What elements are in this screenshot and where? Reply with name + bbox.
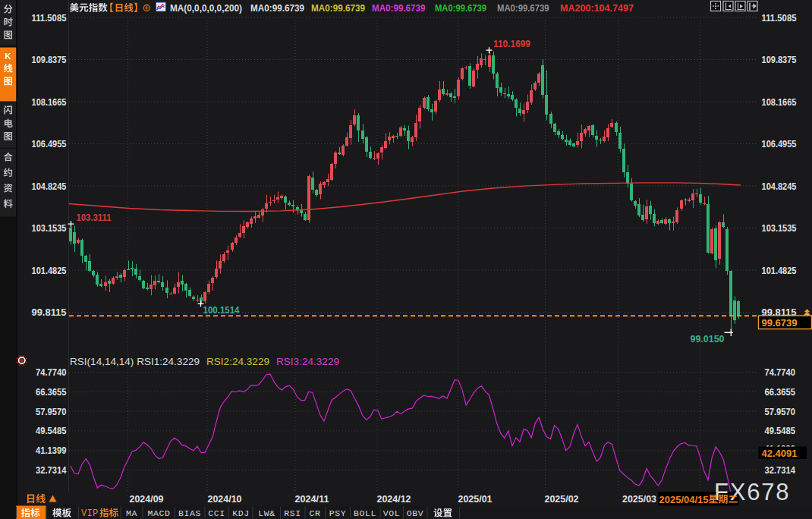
- svg-text:OBV: OBV: [407, 508, 424, 518]
- svg-text:103.1535: 103.1535: [762, 223, 797, 234]
- svg-text:BIAS: BIAS: [178, 508, 201, 518]
- svg-text:104.8245: 104.8245: [32, 181, 67, 192]
- svg-text:2025/04/15: 2025/04/15: [659, 494, 709, 505]
- svg-text:BOLL: BOLL: [354, 508, 376, 518]
- svg-text:99.6739: 99.6739: [762, 317, 798, 329]
- svg-text:66.3655: 66.3655: [36, 387, 67, 398]
- svg-text:MA: MA: [126, 508, 137, 518]
- svg-text:49.5485: 49.5485: [765, 426, 796, 436]
- svg-text:2025/01: 2025/01: [458, 493, 493, 505]
- svg-text:111.5085: 111.5085: [32, 13, 67, 24]
- svg-text:32.7314: 32.7314: [36, 465, 67, 476]
- svg-text:RSI2:24.3229: RSI2:24.3229: [206, 356, 269, 367]
- svg-text:66.3655: 66.3655: [765, 387, 796, 398]
- svg-text:101.4825: 101.4825: [762, 266, 797, 276]
- svg-text:106.4955: 106.4955: [32, 139, 67, 149]
- svg-text:109.8375: 109.8375: [762, 55, 797, 65]
- svg-text:LW&: LW&: [258, 508, 275, 518]
- svg-text:103.3111: 103.3111: [77, 212, 112, 223]
- svg-text:VIP: VIP: [81, 508, 99, 519]
- svg-text:57.9570: 57.9570: [36, 407, 67, 417]
- svg-text:108.1665: 108.1665: [762, 97, 797, 108]
- svg-text:RSI3:24.3229: RSI3:24.3229: [276, 356, 339, 367]
- svg-text:RSI(14,14,14) RSI1:24.3229: RSI(14,14,14) RSI1:24.3229: [70, 356, 200, 367]
- svg-text:MA0:99.6739: MA0:99.6739: [435, 3, 486, 14]
- svg-text:MA0:99.6739: MA0:99.6739: [250, 3, 304, 14]
- svg-text:2025/03: 2025/03: [622, 493, 656, 505]
- svg-text:110.1699: 110.1699: [493, 39, 530, 49]
- svg-text:104.8245: 104.8245: [762, 181, 797, 192]
- svg-text:106.4955: 106.4955: [762, 139, 797, 149]
- svg-text:MA0:99.6739: MA0:99.6739: [497, 3, 549, 14]
- svg-text:74.7740: 74.7740: [765, 367, 796, 378]
- svg-text:CR: CR: [309, 508, 320, 518]
- svg-text:101.4825: 101.4825: [32, 266, 67, 276]
- svg-text:MA0:99.6739: MA0:99.6739: [311, 3, 365, 14]
- svg-text:49.5485: 49.5485: [36, 426, 67, 436]
- svg-text:109.8375: 109.8375: [32, 55, 67, 65]
- svg-text:103.1535: 103.1535: [32, 223, 67, 234]
- svg-text:2025/02: 2025/02: [545, 493, 579, 505]
- svg-text:57.9570: 57.9570: [765, 407, 796, 417]
- svg-text:MA0:99.6739: MA0:99.6739: [372, 3, 426, 14]
- svg-text:PSY: PSY: [329, 508, 347, 518]
- svg-text:RSI: RSI: [284, 508, 301, 518]
- svg-text:VOL: VOL: [383, 508, 401, 518]
- svg-text:2024/11: 2024/11: [295, 493, 329, 505]
- svg-text:CCI: CCI: [208, 508, 225, 518]
- svg-text:111.5085: 111.5085: [762, 13, 797, 24]
- svg-text:74.7740: 74.7740: [36, 367, 67, 378]
- svg-text:99.0150: 99.0150: [691, 334, 725, 344]
- svg-text:32.7314: 32.7314: [765, 465, 796, 476]
- svg-text:MA200:104.7497: MA200:104.7497: [560, 3, 634, 14]
- svg-text:41.1399: 41.1399: [36, 445, 67, 456]
- svg-text:MA(0,0,0,0,0,200): MA(0,0,0,0,0,200): [170, 3, 242, 14]
- svg-text:42.4091: 42.4091: [762, 448, 798, 459]
- svg-text:100.1514: 100.1514: [203, 305, 240, 316]
- svg-text:2024/09: 2024/09: [130, 493, 164, 505]
- svg-text:2024/10: 2024/10: [208, 493, 242, 505]
- svg-text:2024/12: 2024/12: [377, 493, 411, 505]
- svg-text:FX678: FX678: [714, 479, 790, 505]
- svg-text:99.8115: 99.8115: [32, 307, 67, 318]
- svg-text:108.1665: 108.1665: [32, 97, 67, 108]
- svg-text:KDJ: KDJ: [232, 508, 250, 518]
- svg-text:K: K: [5, 52, 11, 61]
- svg-text:MACD: MACD: [147, 508, 170, 518]
